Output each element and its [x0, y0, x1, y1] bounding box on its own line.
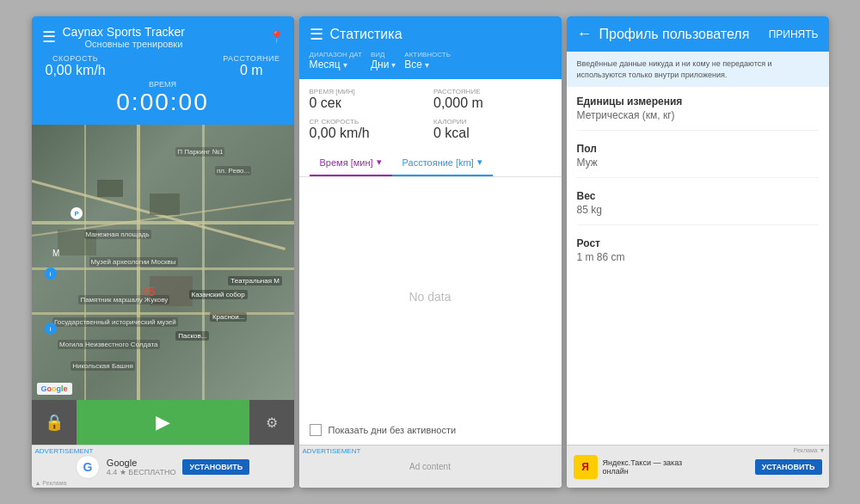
lock-button[interactable]: 🔒: [32, 400, 77, 445]
map-label-gim: Государственный исторический музей: [52, 317, 178, 327]
filter-date[interactable]: ДИАПАЗОН ДАТ Месяц ▾: [310, 51, 362, 71]
stats-title: Статистика: [330, 27, 402, 42]
map-icon-m: M: [52, 249, 59, 258]
ad-reklama-label: Реклама ▼: [794, 447, 826, 453]
profile-title: Профиль пользователя: [599, 27, 750, 42]
map-label-krasnoi: Краснои...: [210, 312, 248, 322]
tab1-arrow: ▾: [377, 157, 382, 168]
screen-tracker: ☰ Caynax Sports Tracker Основные трениро…: [32, 16, 294, 488]
map-icon-45: 45: [142, 285, 156, 298]
yandex-icon: Я: [574, 455, 598, 479]
google-logo: Google: [37, 383, 72, 395]
map-label-teatr: Театральная M: [228, 276, 282, 286]
map-icon-info1: i: [45, 267, 57, 280]
ad-banner-3: Реклама ▼ Я Яндекс.Такси — заказ онлайн …: [567, 445, 829, 488]
stat-speed: СР. СКОРОСТЬ 0,00 km/h: [310, 118, 427, 141]
map-label-pamyatnik: Памятник маршалу Жукову: [78, 295, 169, 304]
type-arrow: ▾: [391, 60, 396, 70]
google-ad-icon: G: [76, 455, 100, 479]
screen-profile: ← Профиль пользователя ПРИНЯТЬ Введённые…: [567, 16, 829, 488]
stats-header: ☰ Статистика ДИАПАЗОН ДАТ Месяц ▾ ВИД Дн…: [299, 16, 562, 79]
distance-stat: РАССТОЯНИЕ 0 m: [223, 54, 280, 78]
back-icon[interactable]: ←: [577, 25, 593, 43]
ad-install-button[interactable]: УСТАНОВИТЬ: [182, 459, 249, 475]
yandex-ad: Я Яндекс.Такси — заказ онлайн: [574, 455, 706, 479]
stats-menu-icon[interactable]: ☰: [310, 25, 323, 44]
map-icon-info2: i: [45, 323, 57, 335]
map-label-nikol: Никольская Башня: [71, 361, 135, 371]
map-label-revol: пл. Рево...: [215, 166, 251, 175]
activity-arrow: ▾: [425, 60, 429, 70]
screen-statistics: ☰ Статистика ДИАПАЗОН ДАТ Месяц ▾ ВИД Дн…: [299, 16, 562, 488]
tab-distance[interactable]: Расстояние [km] ▾: [392, 150, 493, 176]
map-label-museum: Музей археологии Москвы: [89, 257, 178, 267]
settings-button[interactable]: ⚙: [249, 400, 294, 445]
location-icon: 📍: [269, 30, 284, 44]
map-label-mogila: Могила Неизвестного Солдата: [58, 340, 160, 349]
section-units[interactable]: Единицы измерения Метрическая (км, кг): [577, 95, 819, 131]
chart-area: No data: [299, 177, 562, 415]
menu-icon[interactable]: ☰: [42, 28, 56, 46]
speed-stat: СКОРОСТЬ 0,00 km/h: [46, 54, 106, 78]
section-gender[interactable]: Пол Муж: [577, 143, 819, 178]
tab-time[interactable]: Время [мин] ▾: [310, 150, 392, 176]
app-container: ☰ Caynax Sports Tracker Основные трениро…: [0, 0, 860, 504]
filter-type[interactable]: ВИД Дни ▾: [371, 51, 396, 71]
privacy-notice: Введённые данные никуда и ни кому не пер…: [567, 52, 829, 87]
ad-banner-1: ADVERTISEMENT G Google 4.4 ★ БЕСПЛАТНО У…: [32, 445, 294, 488]
profile-content: Единицы измерения Метрическая (км, кг) П…: [567, 87, 829, 445]
tracker-header: ☰ Caynax Sports Tracker Основные трениро…: [32, 16, 294, 125]
s3-install-button[interactable]: УСТАНОВИТЬ: [755, 459, 822, 475]
section-weight[interactable]: Вес 85 kg: [577, 190, 819, 225]
map-label-ploskov: Пасков...: [175, 331, 209, 341]
map-view: П Паркинг №1 пл. Рево... Манежная площад…: [32, 125, 294, 400]
date-arrow: ▾: [343, 60, 347, 70]
stat-distance: РАССТОЯНИЕ 0,000 m: [433, 88, 551, 111]
app-subtitle: Основные тренировки: [85, 39, 185, 49]
checkbox-row: Показать дни без активности: [299, 415, 562, 445]
accept-button[interactable]: ПРИНЯТЬ: [769, 28, 819, 40]
tab2-arrow: ▾: [477, 157, 482, 168]
ad-promo: ▲ Реклама: [35, 480, 67, 486]
filter-activity[interactable]: АКТИВНОСТЬ Все ▾: [404, 51, 451, 71]
map-label-kazanskiy: Казанский собор: [189, 290, 248, 299]
map-label-manezh: Манежная площадь: [84, 230, 151, 239]
s2-ad-placeholder: Ad content: [409, 462, 451, 471]
app-title: Caynax Sports Tracker: [63, 25, 185, 39]
stat-time: ВРЕМЯ [МИН] 0 сек: [310, 88, 427, 111]
yandex-ad-text: Яндекс.Такси — заказ онлайн: [603, 458, 706, 476]
ad-banner-2: ADVERTISEMENT Ad content: [299, 445, 562, 488]
section-height[interactable]: Рост 1 m 86 cm: [577, 237, 819, 272]
ad-label: ADVERTISEMENT: [35, 447, 94, 455]
profile-header: ← Профиль пользователя ПРИНЯТЬ: [567, 16, 829, 52]
activity-checkbox[interactable]: [310, 424, 322, 436]
s2-ad-label: ADVERTISEMENT: [303, 447, 361, 455]
chart-tabs: Время [мин] ▾ Расстояние [km] ▾: [299, 150, 562, 177]
stat-calories: КАЛОРИИ 0 kcal: [433, 118, 551, 141]
map-label-parking: П Паркинг №1: [175, 147, 224, 157]
play-button[interactable]: ▶: [77, 400, 249, 445]
bottom-bar: 🔒 ▶ ⚙: [32, 400, 294, 445]
stats-grid: ВРЕМЯ [МИН] 0 сек РАССТОЯНИЕ 0,000 m СР.…: [299, 79, 562, 150]
map-icon-parking: P: [71, 207, 83, 219]
